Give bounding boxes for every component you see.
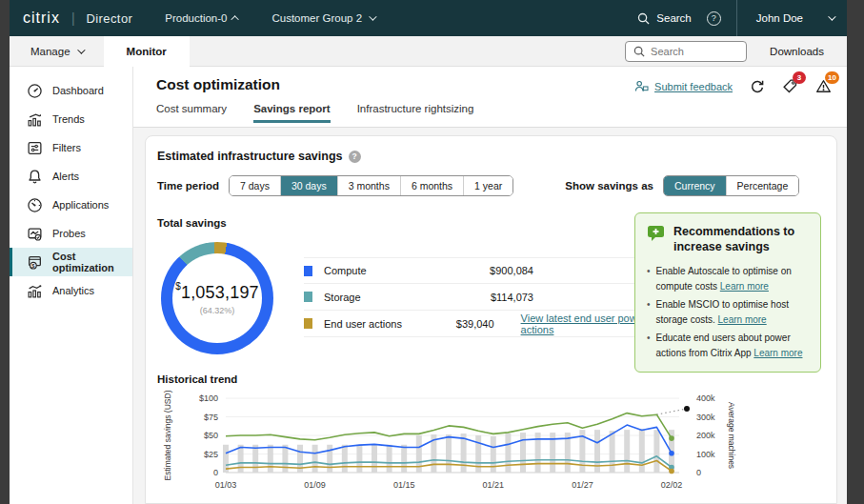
svg-text:100k: 100k bbox=[696, 450, 715, 459]
global-search-button[interactable]: Search bbox=[637, 12, 691, 25]
user-name: John Doe bbox=[756, 12, 803, 24]
svg-text:300k: 300k bbox=[696, 413, 715, 422]
time-period-label: Time period bbox=[157, 180, 219, 192]
site-selector[interactable]: Production-0 bbox=[165, 12, 239, 24]
section-title: Estimated infrastructure savings bbox=[157, 150, 343, 163]
info-icon[interactable]: ? bbox=[349, 151, 361, 163]
recommendation-bubble-icon bbox=[647, 225, 666, 242]
time-period-7-days[interactable]: 7 days bbox=[230, 176, 280, 195]
savings-card: Estimated infrastructure savings ? Time … bbox=[145, 135, 837, 504]
tab-cost-summary[interactable]: Cost summary bbox=[156, 103, 227, 123]
breakdown-name: Storage bbox=[324, 292, 467, 303]
total-savings-percent: (64.32%) bbox=[200, 306, 235, 315]
sidebar-nav: DashboardTrendsFiltersAlertsApplications… bbox=[10, 67, 133, 504]
page-content: Estimated infrastructure savings ? Time … bbox=[133, 128, 847, 504]
tagged-alerts-button[interactable]: 3 bbox=[782, 78, 798, 94]
savings-mode-currency[interactable]: Currency bbox=[664, 176, 726, 195]
trends-icon bbox=[27, 111, 43, 128]
breakdown-name: Compute bbox=[324, 265, 467, 276]
historical-trend-label: Historical trend bbox=[157, 373, 825, 385]
search-box[interactable] bbox=[625, 41, 747, 62]
sidebar-item-label: Probes bbox=[52, 228, 86, 239]
sidebar-item-filters[interactable]: Filters bbox=[10, 133, 132, 162]
learn-more-link[interactable]: Learn more bbox=[718, 314, 767, 325]
sidebar-item-applications[interactable]: Applications bbox=[10, 191, 132, 219]
warning-alerts-button[interactable]: 10 bbox=[815, 78, 832, 94]
tab-savings-report[interactable]: Savings report bbox=[253, 103, 331, 123]
submit-feedback-link[interactable]: Submit feedback bbox=[634, 80, 733, 92]
sidebar-item-label: Analytics bbox=[52, 285, 94, 296]
sidebar-item-cost-optimization[interactable]: $Cost optimization bbox=[10, 248, 132, 276]
time-period-3-months[interactable]: 3 months bbox=[337, 176, 400, 195]
brand-divider: | bbox=[71, 10, 75, 26]
customer-group-selector[interactable]: Customer Group 2 bbox=[271, 12, 374, 24]
warning-badge: 10 bbox=[825, 71, 839, 84]
savings-breakdown-table: Compute$900,084Storage$114,073End user a… bbox=[304, 257, 666, 354]
manage-menu[interactable]: Manage bbox=[10, 46, 104, 57]
series-swatch bbox=[304, 292, 312, 302]
svg-text:$100: $100 bbox=[199, 393, 218, 403]
svg-text:0: 0 bbox=[696, 468, 701, 477]
monitor-tab[interactable]: Monitor bbox=[104, 36, 190, 67]
sidebar-item-label: Applications bbox=[52, 199, 109, 211]
time-period-6-months[interactable]: 6 months bbox=[400, 176, 463, 195]
series-swatch bbox=[304, 266, 312, 276]
svg-text:01/09: 01/09 bbox=[304, 480, 326, 490]
refresh-button[interactable] bbox=[750, 79, 765, 94]
citrix-logo: citrix bbox=[23, 10, 60, 27]
filters-icon bbox=[27, 140, 43, 156]
svg-text:0: 0 bbox=[213, 468, 218, 477]
refresh-icon bbox=[750, 79, 765, 94]
gauge-icon bbox=[27, 83, 43, 99]
svg-text:01/21: 01/21 bbox=[483, 480, 505, 490]
svg-text:200k: 200k bbox=[696, 431, 715, 440]
analytics-icon bbox=[27, 283, 43, 299]
breakdown-row: End user actions$39,040View latest end u… bbox=[304, 311, 666, 337]
downloads-link[interactable]: Downloads bbox=[770, 46, 824, 57]
breakdown-name: End user actions bbox=[324, 318, 440, 330]
search-icon bbox=[633, 46, 645, 57]
chevron-down-icon bbox=[369, 12, 376, 20]
search-input[interactable] bbox=[651, 46, 736, 57]
recommendation-item: •Educate end users about power actions f… bbox=[647, 331, 811, 360]
savings-mode-segmented: CurrencyPercentage bbox=[663, 175, 799, 196]
probes-icon bbox=[27, 226, 43, 242]
total-savings-donut: $1,053,197 (64.32%) bbox=[161, 242, 273, 354]
time-period-1-year[interactable]: 1 year bbox=[463, 176, 512, 195]
sidebar-item-label: Dashboard bbox=[52, 85, 104, 96]
help-icon[interactable]: ? bbox=[707, 11, 721, 26]
sidebar-item-label: Alerts bbox=[52, 171, 79, 182]
svg-text:Average machines: Average machines bbox=[727, 402, 736, 469]
feedback-person-icon bbox=[634, 80, 649, 92]
recommendations-panel: Recommendations to increase savings •Ena… bbox=[634, 212, 821, 373]
sidebar-item-label: Filters bbox=[52, 142, 81, 153]
sidebar-item-analytics[interactable]: Analytics bbox=[10, 276, 132, 305]
chevron-up-icon bbox=[231, 15, 239, 23]
sidebar-item-probes[interactable]: Probes bbox=[10, 219, 132, 248]
recommendations-list: •Enable Autoscale to optimise on compute… bbox=[647, 264, 811, 360]
svg-text:01/15: 01/15 bbox=[393, 480, 415, 490]
time-period-30-days[interactable]: 30 days bbox=[280, 176, 337, 195]
svg-text:01/27: 01/27 bbox=[572, 480, 593, 490]
svg-text:01/03: 01/03 bbox=[215, 480, 237, 490]
savings-mode-percentage[interactable]: Percentage bbox=[726, 176, 799, 195]
menu-bar: Manage Monitor Downloads bbox=[10, 36, 847, 67]
app-window: citrix | Director Production-0 Customer … bbox=[10, 0, 847, 504]
page-header: Cost optimization Cost summarySavings re… bbox=[133, 67, 847, 128]
product-name: Director bbox=[87, 11, 133, 26]
svg-text:$25: $25 bbox=[204, 450, 218, 459]
svg-text:$50: $50 bbox=[204, 431, 218, 440]
total-savings-amount: $1,053,197 bbox=[175, 281, 259, 303]
sidebar-item-trends[interactable]: Trends bbox=[10, 105, 132, 133]
learn-more-link[interactable]: Learn more bbox=[753, 348, 802, 358]
user-menu[interactable]: John Doe bbox=[736, 0, 834, 36]
main-area: Cost optimization Cost summarySavings re… bbox=[133, 67, 847, 504]
sidebar-item-label: Trends bbox=[52, 113, 85, 125]
learn-more-link[interactable]: Learn more bbox=[720, 281, 769, 292]
applications-icon bbox=[27, 197, 43, 213]
sidebar-item-dashboard[interactable]: Dashboard bbox=[10, 76, 132, 105]
chevron-down-icon bbox=[828, 12, 835, 20]
sidebar-item-alerts[interactable]: Alerts bbox=[10, 162, 132, 191]
series-swatch bbox=[304, 318, 312, 329]
tab-infrastructure-rightsizing[interactable]: Infrastructure rightsizing bbox=[357, 103, 474, 123]
